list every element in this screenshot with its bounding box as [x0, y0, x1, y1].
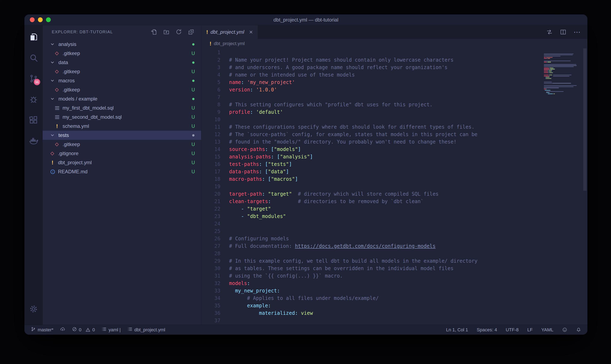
- code-line-28[interactable]: 28: [201, 250, 544, 257]
- line-number: 25: [201, 228, 220, 235]
- tree-file-gitkeep[interactable]: .gitkeepU: [43, 49, 201, 58]
- code-line-8[interactable]: 8# This setting configures which "profil…: [201, 101, 544, 108]
- code-line-33[interactable]: 33 my_new_project:: [201, 287, 544, 295]
- code-line-19[interactable]: 19: [201, 183, 544, 190]
- more-actions-icon[interactable]: ⋯: [573, 28, 581, 36]
- breadcrumb[interactable]: ! dbt_project.yml: [201, 39, 587, 48]
- code-line-2[interactable]: 2# Name your project! Project names shou…: [201, 56, 544, 64]
- line-number: 37: [201, 317, 220, 324]
- tree-file-schema-yml[interactable]: !schema.ymlU: [43, 122, 201, 131]
- code-line-10[interactable]: 10: [201, 116, 544, 123]
- indentation-status[interactable]: Spaces: 4: [477, 327, 497, 333]
- code-line-5[interactable]: 5name: 'my_new_project': [201, 78, 544, 86]
- editor-group: ! dbt_project.yml × ⋯ ! dbt_project.yml: [201, 25, 587, 325]
- tab-dbt-project-yml[interactable]: ! dbt_project.yml ×: [201, 25, 258, 39]
- git-icon: [55, 70, 61, 73]
- tree-file-gitkeep[interactable]: .gitkeepU: [43, 140, 201, 149]
- problems-status[interactable]: 0 0: [72, 326, 95, 333]
- code-line-14[interactable]: 14source-paths: ["models"]: [201, 146, 544, 153]
- activity-extensions-button[interactable]: [25, 110, 43, 131]
- tree-folder-macros[interactable]: macros: [43, 76, 201, 85]
- code-line-23[interactable]: 23 - "dbt_modules": [201, 213, 544, 220]
- notifications-bell-icon[interactable]: [576, 327, 581, 332]
- split-editor-icon[interactable]: [560, 29, 567, 35]
- code-line-36[interactable]: 36 materialized: view: [201, 309, 544, 317]
- code-line-1[interactable]: 1: [201, 49, 544, 56]
- tree-file-gitkeep[interactable]: .gitkeepU: [43, 85, 201, 94]
- code-line-27[interactable]: 27# Full documentation: https://docs.get…: [201, 242, 544, 250]
- code-line-4[interactable]: 4# name or the intended use of these mod…: [201, 71, 544, 78]
- code-line-34[interactable]: 34 # Applies to all files under models/e…: [201, 295, 544, 302]
- open-changes-icon[interactable]: [546, 29, 553, 35]
- code-line-21[interactable]: 21clean-targets: # directories to be rem…: [201, 198, 544, 205]
- tree-file-gitignore[interactable]: .gitignoreU: [43, 149, 201, 158]
- code-line-37[interactable]: 37: [201, 317, 544, 324]
- new-file-icon[interactable]: [151, 28, 157, 35]
- folder-name: data: [58, 60, 68, 65]
- scrollbar-thumb[interactable]: [583, 48, 586, 191]
- code-line-20[interactable]: 20target-path: "target" # directory whic…: [201, 190, 544, 198]
- dbt-yaml-status[interactable]: yaml |: [101, 326, 121, 333]
- code-line-25[interactable]: 25: [201, 228, 544, 235]
- code-line-12[interactable]: 12# The `source-paths` config, for examp…: [201, 131, 544, 138]
- line-number: 14: [201, 146, 220, 153]
- tree-folder-analysis[interactable]: analysis: [43, 40, 201, 49]
- close-window-button[interactable]: [30, 17, 35, 22]
- minimap[interactable]: [544, 49, 580, 93]
- new-folder-icon[interactable]: [163, 28, 170, 35]
- zoom-window-button[interactable]: [46, 17, 51, 22]
- code-line-11[interactable]: 11# These configurations specify where d…: [201, 123, 544, 131]
- settings-button[interactable]: [25, 299, 43, 320]
- minimize-window-button[interactable]: [38, 17, 43, 22]
- code-line-32[interactable]: 32models:: [201, 280, 544, 287]
- code-line-13[interactable]: 13# found in the "models/" directory. Yo…: [201, 138, 544, 146]
- activity-source-control-button[interactable]: 11: [25, 69, 43, 89]
- tree-file-dbt-project-yml[interactable]: !dbt_project.ymlU: [43, 158, 201, 167]
- code-line-17[interactable]: 17data-paths: ["data"]: [201, 168, 544, 175]
- git-branch-status[interactable]: master*: [31, 326, 54, 333]
- dbt-file-status[interactable]: dbt_project.yml: [127, 326, 165, 333]
- code-line-35[interactable]: 35 example:: [201, 302, 544, 309]
- code-line-9[interactable]: 9profile: 'default': [201, 108, 544, 116]
- code-line-26[interactable]: 26# Configuring models: [201, 235, 544, 242]
- tree-file-gitkeep[interactable]: .gitkeepU: [43, 67, 201, 76]
- docker-whale-icon: [29, 136, 38, 146]
- code-line-15[interactable]: 15analysis-paths: ["analysis"]: [201, 153, 544, 160]
- cursor-position-status[interactable]: Ln 1, Col 1: [446, 327, 468, 333]
- encoding-status[interactable]: UTF-8: [506, 327, 519, 333]
- tree-folder-data[interactable]: data: [43, 58, 201, 67]
- tree-folder-models-example[interactable]: models / example: [43, 94, 201, 104]
- activity-explorer-button[interactable]: [25, 27, 43, 48]
- git-untracked-badge: U: [191, 151, 195, 156]
- collapse-folders-icon[interactable]: [188, 28, 194, 35]
- code-line-24[interactable]: 24: [201, 220, 544, 228]
- code-line-6[interactable]: 6version: '1.0.0': [201, 86, 544, 93]
- code-editor[interactable]: 12# Name your project! Project names sho…: [201, 48, 587, 325]
- git-untracked-badge: U: [191, 114, 195, 120]
- code-line-22[interactable]: 22 - "target": [201, 205, 544, 213]
- activity-docker-button[interactable]: [25, 131, 43, 151]
- code-line-16[interactable]: 16test-paths: ["tests"]: [201, 160, 544, 168]
- code-line-3[interactable]: 3# and underscores. A good package name …: [201, 64, 544, 71]
- code-line-18[interactable]: 18macro-paths: ["macros"]: [201, 175, 544, 183]
- refresh-icon[interactable]: [175, 28, 182, 35]
- close-icon[interactable]: ×: [249, 29, 253, 35]
- git-icon: [50, 152, 57, 155]
- language-mode-status[interactable]: YAML: [542, 327, 554, 333]
- code-line-30[interactable]: 30# as tables. These settings can be ove…: [201, 265, 544, 272]
- activity-search-button[interactable]: [25, 48, 43, 69]
- feedback-smiley-icon[interactable]: [562, 327, 567, 332]
- code-line-31[interactable]: 31# using the `{{ config(...) }}` macro.: [201, 272, 544, 280]
- eol-status[interactable]: LF: [527, 327, 533, 333]
- tree-file-my-second-dbt-model-sql[interactable]: my_second_dbt_model.sqlU: [43, 113, 201, 122]
- line-number: 2: [201, 56, 220, 64]
- code-line-7[interactable]: 7: [201, 93, 544, 101]
- tree-file-readme-md[interactable]: iREADME.mdU: [43, 167, 201, 176]
- line-number: 22: [201, 205, 220, 213]
- tree-file-my-first-dbt-model-sql[interactable]: my_first_dbt_model.sqlU: [43, 104, 201, 113]
- publish-changes-button[interactable]: [60, 326, 65, 333]
- line-number: 36: [201, 309, 220, 317]
- code-line-29[interactable]: 29# In this example config, we tell dbt …: [201, 257, 544, 265]
- activity-run-debug-button[interactable]: [25, 89, 43, 110]
- tree-folder-tests[interactable]: tests: [43, 131, 201, 140]
